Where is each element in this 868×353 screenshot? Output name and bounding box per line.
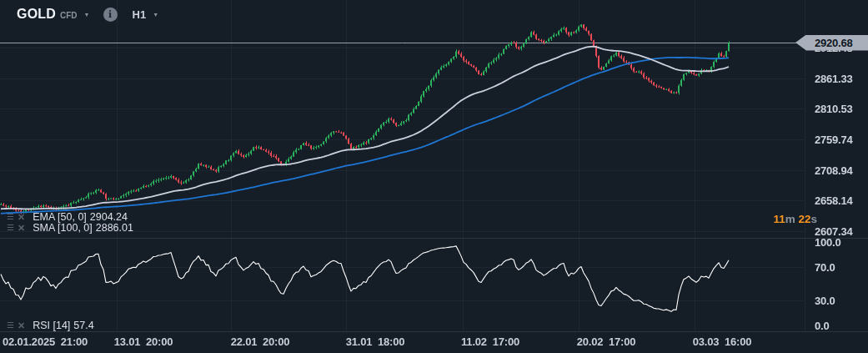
time-label: 31.01 18:00: [346, 335, 405, 348]
timer-minutes: 11: [773, 213, 785, 225]
time-label: 20.02 17:00: [577, 335, 636, 348]
rsi-tick-label: 0.0: [815, 320, 829, 332]
sma-value: 2886.01: [96, 222, 133, 234]
info-icon: i: [108, 9, 112, 20]
time-label: 11.02 17:00: [461, 335, 519, 348]
trading-chart-window: GOLD CFD ▼ i H1 ▼ ☰ ✕ EMA [50, 0] 2904.2…: [0, 0, 868, 353]
current-price-badge: 2920.68: [795, 35, 868, 51]
chart-header: GOLD CFD ▼ i H1 ▼: [17, 7, 158, 22]
sma-settings-icon[interactable]: ☰: [7, 224, 14, 232]
price-tick-label: 2708.94: [815, 164, 853, 176]
instrument-type-badge: CFD: [60, 11, 78, 20]
rsi-legend: ☰ ✕ RSI [14] 57.4: [7, 320, 94, 331]
timer-minutes-unit: m: [785, 213, 799, 225]
ema-remove-icon[interactable]: ✕: [18, 213, 25, 222]
candle-countdown-timer: 11m 22s: [773, 213, 817, 225]
timer-seconds: 22: [798, 213, 810, 225]
rsi-tick-label: 100.0: [815, 236, 841, 249]
chevron-down-icon: ▼: [153, 12, 158, 18]
info-button[interactable]: i: [103, 8, 118, 22]
chart-canvas[interactable]: [0, 0, 868, 353]
timeframe-selector[interactable]: H1 ▼: [133, 8, 159, 21]
rsi-label: RSI [14]: [33, 320, 70, 331]
rsi-settings-icon[interactable]: ☰: [7, 321, 14, 330]
sma-remove-icon[interactable]: ✕: [18, 224, 25, 233]
ema-legend: ☰ ✕ EMA [50, 0] 2904.24: [7, 211, 128, 223]
price-tick-label: 2658.14: [815, 194, 853, 207]
ema-settings-icon[interactable]: ☰: [7, 213, 14, 221]
price-tick-label: 2759.74: [815, 133, 853, 145]
symbol-selector[interactable]: GOLD CFD ▼: [17, 7, 90, 22]
sma-label: SMA [100, 0]: [33, 222, 93, 234]
rsi-value: 57.4: [73, 320, 93, 331]
time-label: 13.01 20:00: [114, 335, 173, 348]
rsi-tick-label: 70.0: [815, 261, 835, 274]
timeframe-label: H1: [133, 8, 147, 21]
price-tick-label: 2810.53: [815, 103, 853, 115]
rsi-remove-icon[interactable]: ✕: [18, 321, 25, 330]
time-label: 22.01 20:00: [231, 335, 290, 348]
rsi-tick-label: 30.0: [815, 295, 835, 307]
time-label: 03.03 16:00: [693, 335, 752, 348]
time-label: 02.01.2025 21:00: [3, 335, 88, 348]
ema-value: 2904.24: [90, 211, 128, 223]
price-tick-label: 2861.33: [815, 72, 853, 84]
chevron-down-icon: ▼: [84, 12, 90, 18]
timer-seconds-unit: s: [810, 213, 817, 225]
symbol-label: GOLD: [17, 7, 56, 22]
sma-legend: ☰ ✕ SMA [100, 0] 2886.01: [7, 222, 133, 234]
ema-label: EMA [50, 0]: [33, 211, 87, 223]
